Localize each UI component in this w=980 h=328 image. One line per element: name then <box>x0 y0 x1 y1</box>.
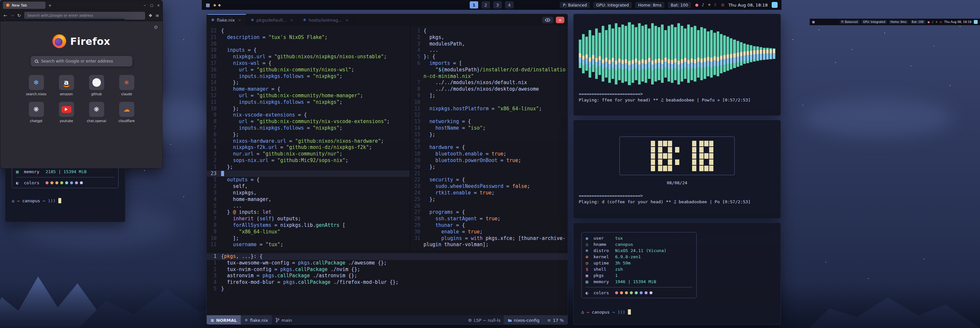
shortcut-cloudflare[interactable]: ☁cloudflare <box>114 102 140 123</box>
brightness-icon[interactable]: ☀ <box>708 3 711 7</box>
workspace-button-3[interactable]: 3 <box>493 1 502 8</box>
tray-icon[interactable] <box>772 2 778 8</box>
code-line: 13 networking = { <box>410 119 568 125</box>
code-token <box>221 86 233 92</box>
code-token: inputs.nixpkgs.follows <box>239 99 304 105</box>
digit-cell <box>682 153 687 159</box>
digit-cell <box>651 141 655 146</box>
firefox-tab-newtab[interactable]: New Tab <box>3 2 46 9</box>
night-light-icon[interactable]: ☾ <box>714 3 718 7</box>
shortcut-tile: ☁ <box>119 102 134 117</box>
brightness-icon[interactable]: ☀ <box>935 21 938 24</box>
volume-icon[interactable]: ♪ <box>702 3 704 7</box>
workspace-button-1[interactable]: 1 <box>470 1 478 8</box>
line-number: 18 <box>410 151 423 157</box>
back-icon[interactable]: ← <box>3 13 7 18</box>
pkgs-default-pane[interactable]: 1{pkgs, ...}: {1 tux-awesome-wm-config =… <box>207 251 568 315</box>
color-dot <box>65 181 68 184</box>
workspace-button-4[interactable]: 4 <box>505 1 514 8</box>
distro-icon: ❄ <box>585 248 593 253</box>
viz-seg-top <box>638 23 641 60</box>
viz-seg-top <box>723 35 726 55</box>
code-text: firefox-mod-blur = pkgs.callPackage ./fi… <box>221 279 399 286</box>
shortcut-github[interactable]: github <box>84 75 110 96</box>
flake-nix-pane[interactable]: 22{21 description = "tux's NixOS Flake";… <box>207 26 410 251</box>
code-token: = <box>489 106 498 112</box>
editor-tab[interactable]: ❄pkgs/default...× <box>246 14 298 26</box>
volume-icon[interactable]: ♪ <box>932 21 934 24</box>
fetch-value: 1 <box>615 273 618 278</box>
color-dot <box>625 292 628 294</box>
workspace-button-2[interactable]: 2 <box>482 1 490 8</box>
clock-frame <box>619 136 735 175</box>
shortcut-claude[interactable]: ✳claude <box>114 75 140 96</box>
code-text: nixos-wsl = { <box>221 60 272 67</box>
code-text: }: { <box>423 54 435 60</box>
fetch-key: memory <box>24 169 46 174</box>
viz-seg-bottom <box>750 60 752 62</box>
tag-flame-icon[interactable]: ◆ <box>213 3 216 7</box>
toggle-visibility-button[interactable] <box>542 17 553 23</box>
shell-prompt[interactable]: ⌂→canopus~))) <box>12 198 119 203</box>
power-icon[interactable]: ⊙ <box>721 3 724 7</box>
digit-cell <box>641 166 645 171</box>
tab-close-icon[interactable]: × <box>290 18 293 22</box>
code-token: = { <box>295 112 307 118</box>
menu-icon[interactable]: ▦ <box>812 20 815 24</box>
viz-seg-top <box>589 30 591 58</box>
forward-icon[interactable]: → <box>11 13 14 18</box>
newtab-search-bar[interactable]: Search with Google or enter address <box>31 56 132 67</box>
editor-tab[interactable]: ❄hosts/isoImag...× <box>298 14 354 26</box>
viz-seg-top <box>720 34 722 55</box>
menu-icon[interactable]: ▦ <box>206 2 210 8</box>
minimize-button[interactable]: − <box>143 3 146 7</box>
code-token: ./firefox-mod-blur {}; <box>331 279 399 285</box>
reload-icon[interactable]: ↻ <box>18 13 21 18</box>
new-tab-button[interactable]: + <box>48 3 52 8</box>
viz-seg-mid <box>690 59 693 63</box>
line-number: 9 <box>207 229 221 235</box>
close-window-button[interactable]: × <box>556 17 564 23</box>
shortcut-search.nixos[interactable]: ❄search.nixos <box>24 75 49 96</box>
power-icon[interactable]: ⊙ <box>940 21 942 24</box>
tab-close-icon[interactable]: × <box>238 18 242 22</box>
tab-close-icon[interactable]: × <box>345 18 349 22</box>
viz-column <box>658 27 660 80</box>
code-token: "github:moni-dz/nixpkgs-f2k" <box>286 144 369 150</box>
shortcut-chat.openai[interactable]: ❋chat.openai <box>84 102 110 123</box>
record-icon[interactable]: ● <box>928 21 930 24</box>
shortcut-label: chat.openai <box>87 119 106 123</box>
shortcut-chatgpt[interactable]: ❋chatgpt <box>24 102 49 123</box>
viz-column <box>668 26 670 81</box>
gear-icon: ⚙ <box>468 318 472 323</box>
nix-file-icon: ❄ <box>245 318 248 322</box>
clock-date: 08/08/24 <box>579 181 775 185</box>
viz-seg-low <box>733 57 736 63</box>
tray-icon[interactable] <box>974 20 978 24</box>
viz-seg-mid <box>760 50 762 54</box>
maximize-button[interactable]: □ <box>150 3 153 7</box>
fetch-row: ⌂hnamecanopus <box>585 241 692 247</box>
address-bar[interactable]: Search with Google or enter address <box>24 12 145 20</box>
digit-cell <box>692 166 696 171</box>
personalize-gear-icon[interactable]: ⚙ <box>154 25 158 30</box>
viz-seg-bottom <box>641 69 644 81</box>
digit-cell <box>646 159 650 165</box>
project-label: nixos-config <box>514 318 539 323</box>
extensions-icon[interactable]: ❖ <box>148 13 152 18</box>
shortcut-amazon[interactable]: aamazon <box>54 75 79 96</box>
fetch-row: ⚙kernel6.9.8-zen1 <box>585 254 692 260</box>
shortcut-youtube[interactable]: youtube <box>54 102 79 123</box>
viz-seg-low <box>625 63 627 69</box>
record-icon[interactable]: ● <box>695 3 698 7</box>
code-line: 7 ../../modules/nixos/default.nix <box>410 79 568 86</box>
iso-image-pane[interactable]: 1{2 pkgs,3 modulesPath,4 ...5}: {6 impor… <box>410 26 568 251</box>
menu-icon[interactable]: ≡ <box>156 13 159 18</box>
fetch-key: hname <box>593 242 615 247</box>
shell-prompt[interactable]: ⌂→canopus~))) <box>581 309 781 315</box>
editor-tab[interactable]: ❄flake.nix× <box>207 14 246 26</box>
tag-bolt-icon[interactable]: ◆ <box>218 3 221 7</box>
viz-seg-top <box>740 42 743 52</box>
close-button[interactable]: × <box>157 3 160 7</box>
code-token: = <box>483 151 492 157</box>
